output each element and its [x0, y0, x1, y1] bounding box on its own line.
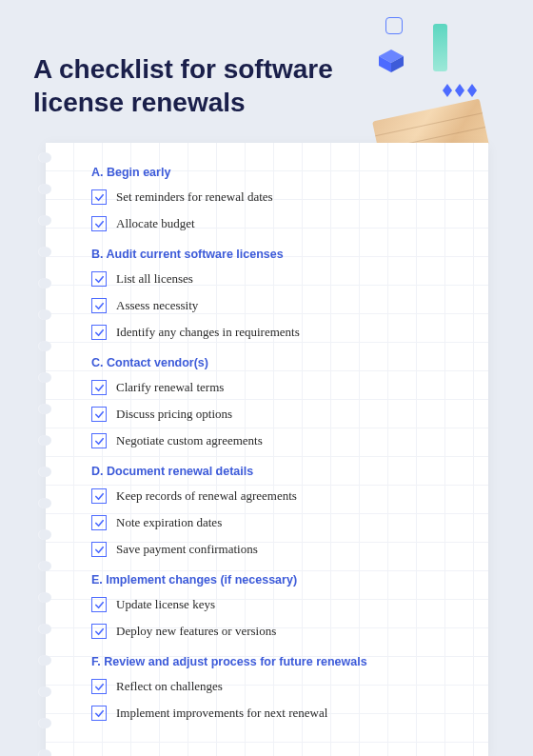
check-icon [91, 706, 107, 721]
notepad-hole [38, 686, 51, 697]
checklist-item-text: Discuss pricing options [116, 407, 232, 423]
check-icon [91, 679, 107, 694]
checklist-item: Clarify renewal terms [91, 377, 460, 398]
section-heading: A. Begin early [91, 166, 460, 179]
section-heading: B. Audit current software licenses [91, 248, 460, 261]
checklist-item: Update license keys [91, 594, 460, 615]
checklist-item-text: Save payment confirmations [116, 542, 258, 558]
section-heading: E. Implement changes (if necessary) [91, 573, 460, 587]
notepad-hole [38, 152, 51, 163]
notepad-hole [38, 435, 51, 446]
check-icon [91, 271, 107, 287]
checklist-item-text: Negotiate custom agreements [116, 433, 263, 449]
notepad-hole [38, 341, 51, 351]
decor-iso-cube [377, 48, 405, 74]
check-icon [91, 216, 107, 231]
check-icon [91, 515, 107, 530]
checklist-item-text: Assess necessity [116, 298, 198, 314]
check-icon [91, 189, 107, 205]
checklist-item: Save payment confirmations [91, 539, 460, 560]
checklist-item-text: Set reminders for renewal dates [116, 189, 273, 206]
checklist-item-text: Implement improvements for next renewal [116, 706, 327, 722]
notepad-hole [38, 247, 51, 257]
check-icon [91, 298, 107, 313]
notepad-holes [38, 152, 51, 756]
checklist-item: Implement improvements for next renewal [91, 703, 460, 724]
notepad-hole [38, 655, 51, 666]
notepad: A. Begin earlySet reminders for renewal … [46, 143, 488, 756]
checklist-section: D. Document renewal detailsKeep records … [91, 465, 460, 560]
notepad-hole [38, 467, 51, 477]
checklist-item: Reflect on challenges [91, 676, 460, 697]
check-icon [91, 624, 107, 639]
checklist-item: Allocate budget [91, 213, 460, 234]
check-icon [91, 407, 107, 422]
notepad-hole [38, 749, 51, 756]
check-icon [91, 433, 107, 448]
notepad-hole [38, 561, 51, 571]
check-icon [91, 488, 107, 504]
decor-square-outline [385, 17, 403, 34]
section-heading: C. Contact vendor(s) [91, 356, 460, 369]
checklist-item: List all licenses [91, 269, 460, 289]
checklist-item: Deploy new features or versions [91, 621, 460, 642]
checklist-item: Negotiate custom agreements [91, 430, 460, 451]
notepad-hole [38, 624, 51, 634]
checklist-section: B. Audit current software licensesList a… [91, 248, 460, 343]
checklist-item-text: Allocate budget [116, 216, 195, 232]
page-title: A checklist for software license renewal… [33, 52, 347, 119]
decor-diamonds [443, 84, 477, 97]
checklist-item-text: Deploy new features or versions [116, 624, 276, 640]
section-heading: F. Review and adjust process for future … [91, 655, 460, 668]
notepad-hole [38, 184, 51, 194]
notepad-hole [38, 498, 51, 508]
checklist-item-text: Identify any changes in requirements [116, 325, 300, 341]
checklist-item-text: Clarify renewal terms [116, 380, 224, 396]
decor-green-bar [433, 24, 447, 71]
checklist-item-text: List all licenses [116, 271, 193, 288]
checklist-item-text: Keep records of renewal agreements [116, 488, 297, 505]
checklist-item: Identify any changes in requirements [91, 322, 460, 343]
checklist-item-text: Update license keys [116, 597, 215, 613]
check-icon [91, 597, 107, 612]
checklist-item-text: Reflect on challenges [116, 679, 223, 695]
checklist-item: Assess necessity [91, 295, 460, 316]
checklist-item-text: Note expiration dates [116, 515, 222, 531]
checklist-item: Note expiration dates [91, 512, 460, 533]
section-heading: D. Document renewal details [91, 465, 460, 478]
notepad-hole [38, 404, 51, 414]
notepad-hole [38, 309, 51, 320]
notepad-hole [38, 718, 51, 728]
notepad-hole [38, 529, 51, 540]
checklist-item: Keep records of renewal agreements [91, 486, 460, 507]
notepad-hole [38, 215, 51, 226]
notepad-hole [38, 372, 51, 383]
check-icon [91, 325, 107, 340]
check-icon [91, 542, 107, 557]
check-icon [91, 380, 107, 395]
checklist-section: C. Contact vendor(s)Clarify renewal term… [91, 356, 460, 451]
checklist-section: E. Implement changes (if necessary)Updat… [91, 573, 460, 642]
checklist-item: Discuss pricing options [91, 404, 460, 425]
notepad-hole [38, 592, 51, 603]
checklist-item: Set reminders for renewal dates [91, 187, 460, 208]
checklist-section: F. Review and adjust process for future … [91, 655, 460, 724]
checklist-section: A. Begin earlySet reminders for renewal … [91, 166, 460, 234]
notepad-hole [38, 278, 51, 288]
